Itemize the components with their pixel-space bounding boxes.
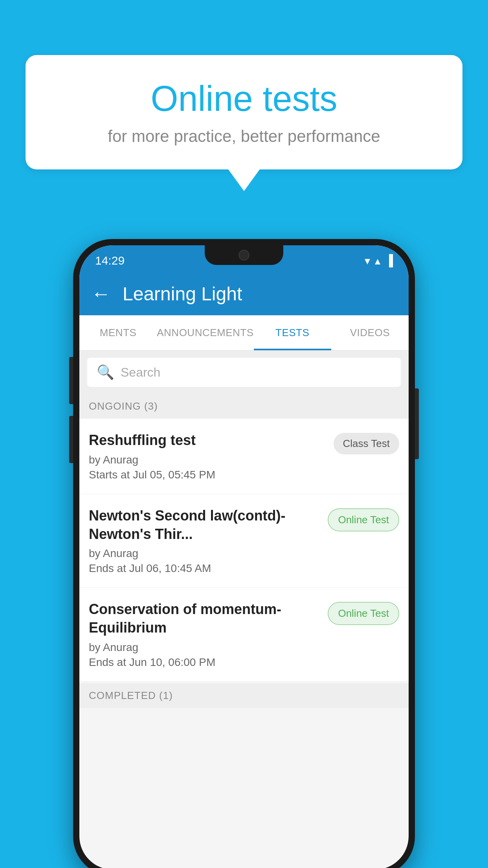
tab-tests[interactable]: TESTS <box>254 315 331 350</box>
test-info: Newton's Second law(contd)-Newton's Thir… <box>89 507 320 575</box>
phone-screen: 14:29 ▾ ▴ ▐ ← Learning Light MENTS ANNOU… <box>79 245 409 868</box>
test-author: by Anurag <box>89 547 320 560</box>
test-name: Newton's Second law(contd)-Newton's Thir… <box>89 507 320 544</box>
tab-ments[interactable]: MENTS <box>79 315 157 350</box>
test-name: Conservation of momentum-Equilibrium <box>89 600 320 637</box>
tabs-bar: MENTS ANNOUNCEMENTS TESTS VIDEOS <box>79 315 409 351</box>
status-time: 14:29 <box>95 254 125 267</box>
phone-container: 14:29 ▾ ▴ ▐ ← Learning Light MENTS ANNOU… <box>73 239 415 868</box>
app-title: Learning Light <box>123 283 242 305</box>
test-item[interactable]: Reshuffling test by Anurag Starts at Jul… <box>79 419 409 494</box>
search-input[interactable]: Search <box>121 365 160 380</box>
test-date: Ends at Jun 10, 06:00 PM <box>89 656 320 669</box>
test-name: Reshuffling test <box>89 431 326 450</box>
badge-class-test: Class Test <box>334 433 399 454</box>
phone-notch <box>205 245 283 265</box>
ongoing-label: ONGOING (3) <box>89 400 158 412</box>
signal-icon: ▴ <box>375 254 380 267</box>
phone-vol-down-button <box>69 416 73 463</box>
search-icon: 🔍 <box>97 364 114 381</box>
phone-camera <box>238 250 250 261</box>
ongoing-section-header: ONGOING (3) <box>79 394 409 419</box>
status-icons: ▾ ▴ ▐ <box>365 254 393 267</box>
test-date: Ends at Jul 06, 10:45 AM <box>89 562 320 575</box>
phone-vol-up-button <box>69 357 73 404</box>
test-info: Conservation of momentum-Equilibrium by … <box>89 600 320 669</box>
bubble-title: Online tests <box>53 79 435 119</box>
test-author: by Anurag <box>89 641 320 654</box>
back-button[interactable]: ← <box>91 282 111 305</box>
badge-online-test: Online Test <box>328 602 399 625</box>
phone-outer: 14:29 ▾ ▴ ▐ ← Learning Light MENTS ANNOU… <box>73 239 415 868</box>
test-item[interactable]: Conservation of momentum-Equilibrium by … <box>79 588 409 682</box>
test-info: Reshuffling test by Anurag Starts at Jul… <box>89 431 326 481</box>
completed-section-header: COMPLETED (1) <box>79 683 409 708</box>
tab-announcements[interactable]: ANNOUNCEMENTS <box>157 315 253 350</box>
bubble-subtitle: for more practice, better performance <box>53 127 435 146</box>
battery-icon: ▐ <box>385 254 393 267</box>
speech-bubble: Online tests for more practice, better p… <box>26 55 462 169</box>
test-list: Reshuffling test by Anurag Starts at Jul… <box>79 419 409 682</box>
badge-online-test: Online Test <box>328 508 399 531</box>
phone-power-button <box>415 388 419 459</box>
completed-label: COMPLETED (1) <box>89 690 173 701</box>
test-date: Starts at Jul 05, 05:45 PM <box>89 469 326 481</box>
bubble-arrow <box>228 169 260 191</box>
tab-videos[interactable]: VIDEOS <box>331 315 409 350</box>
search-input-wrap[interactable]: 🔍 Search <box>87 358 401 387</box>
search-container: 🔍 Search <box>79 351 409 394</box>
test-author: by Anurag <box>89 454 326 466</box>
app-bar: ← Learning Light <box>79 272 409 315</box>
wifi-icon: ▾ <box>365 254 370 267</box>
test-item[interactable]: Newton's Second law(contd)-Newton's Thir… <box>79 494 409 588</box>
speech-bubble-container: Online tests for more practice, better p… <box>26 55 462 191</box>
